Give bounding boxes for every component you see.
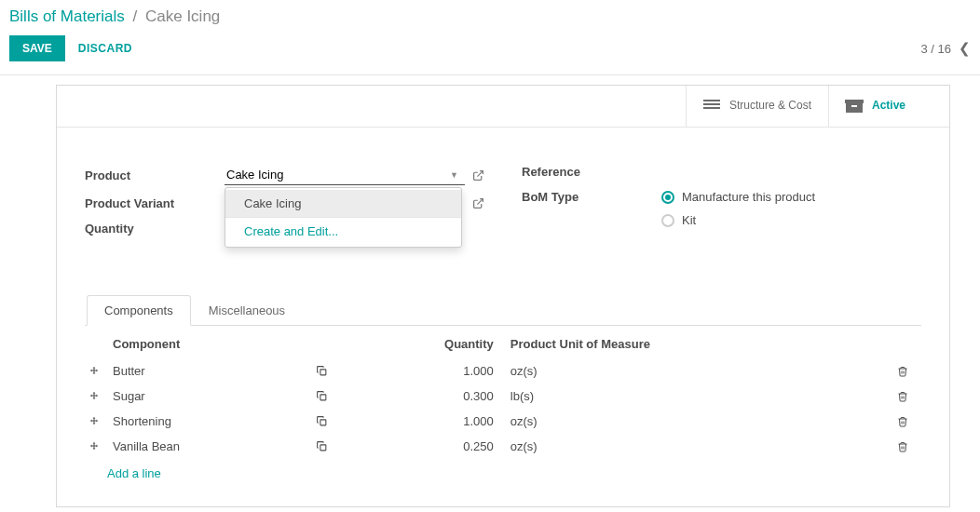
pager: 3 / 16 ❮ — [920, 40, 971, 57]
breadcrumb-separator: / — [133, 7, 138, 25]
component-qty: 1.000 — [340, 409, 507, 434]
radio-kit-label: Kit — [682, 213, 696, 227]
component-name: Sugar — [109, 384, 312, 409]
discard-button[interactable]: DISCARD — [78, 42, 132, 55]
component-uom: oz(s) — [507, 409, 893, 434]
delete-icon[interactable] — [893, 358, 921, 384]
radio-dot-icon — [661, 191, 674, 204]
component-uom: oz(s) — [507, 358, 893, 384]
drag-handle-icon[interactable] — [85, 384, 109, 409]
product-input[interactable] — [225, 165, 465, 185]
radio-manufacture-label: Manufacture this product — [682, 190, 815, 204]
drag-handle-icon[interactable] — [85, 409, 109, 434]
tab-miscellaneous[interactable]: Miscellaneous — [191, 295, 303, 326]
product-label: Product — [85, 168, 225, 182]
component-qty: 1.000 — [340, 358, 507, 384]
col-quantity: Quantity — [340, 330, 507, 358]
dropdown-create-edit[interactable]: Create and Edit... — [225, 218, 461, 245]
breadcrumb-root-link[interactable]: Bills of Materials — [9, 7, 125, 25]
delete-icon[interactable] — [893, 434, 921, 459]
component-uom: lb(s) — [507, 384, 893, 409]
external-link-icon[interactable] — [472, 169, 484, 182]
form-sheet: Structure & Cost Active Product ▼ — [56, 85, 950, 507]
col-component: Component — [109, 330, 312, 358]
dropdown-item-cake-icing[interactable]: Cake Icing — [225, 190, 461, 217]
svg-rect-5 — [320, 445, 326, 451]
col-uom: Product Unit of Measure — [507, 330, 893, 358]
component-name: Vanilla Bean — [109, 434, 312, 459]
drag-handle-icon[interactable] — [85, 434, 109, 459]
structure-cost-label: Structure & Cost — [729, 99, 811, 114]
active-button[interactable]: Active — [828, 86, 949, 127]
copy-icon[interactable] — [312, 358, 340, 384]
table-row[interactable]: Sugar0.300lb(s) — [85, 384, 921, 409]
breadcrumb: Bills of Materials / Cake Icing — [9, 7, 971, 26]
autocomplete-dropdown: Cake Icing Create and Edit... — [225, 187, 462, 248]
bom-type-label: BoM Type — [522, 190, 661, 204]
delete-icon[interactable] — [893, 409, 921, 434]
component-qty: 0.250 — [340, 434, 507, 459]
radio-kit[interactable]: Kit — [661, 213, 921, 227]
svg-rect-4 — [320, 420, 326, 425]
external-link-icon[interactable] — [472, 197, 484, 209]
structure-cost-button[interactable]: Structure & Cost — [686, 86, 828, 127]
table-row[interactable]: Vanilla Bean0.250oz(s) — [85, 434, 921, 459]
components-table: Component Quantity Product Unit of Measu… — [85, 330, 921, 459]
active-label: Active — [872, 99, 905, 114]
component-name: Butter — [109, 358, 312, 384]
component-name: Shortening — [109, 409, 312, 434]
drag-handle-icon[interactable] — [85, 358, 109, 384]
variant-label: Product Variant — [85, 196, 225, 210]
delete-icon[interactable] — [893, 384, 921, 409]
save-button[interactable]: SAVE — [9, 35, 65, 61]
svg-line-0 — [477, 170, 483, 176]
svg-rect-2 — [320, 370, 326, 375]
table-row[interactable]: Shortening1.000oz(s) — [85, 409, 921, 434]
radio-manufacture[interactable]: Manufacture this product — [661, 190, 921, 204]
archive-icon — [846, 100, 863, 113]
copy-icon[interactable] — [312, 384, 340, 409]
bars-icon — [703, 100, 720, 113]
copy-icon[interactable] — [312, 409, 340, 434]
pager-text: 3 / 16 — [920, 42, 951, 56]
reference-label: Reference — [522, 165, 661, 179]
pager-prev-icon[interactable]: ❮ — [959, 40, 971, 57]
component-qty: 0.300 — [340, 384, 507, 409]
copy-icon[interactable] — [312, 434, 340, 459]
breadcrumb-current: Cake Icing — [145, 7, 220, 25]
table-row[interactable]: Butter1.000oz(s) — [85, 358, 921, 384]
tab-components[interactable]: Components — [87, 295, 191, 326]
svg-rect-3 — [320, 395, 326, 400]
component-uom: oz(s) — [507, 434, 893, 459]
quantity-label: Quantity — [85, 222, 225, 236]
add-line-link[interactable]: Add a line — [85, 459, 921, 488]
svg-line-1 — [477, 199, 483, 205]
radio-dot-icon — [661, 214, 674, 227]
